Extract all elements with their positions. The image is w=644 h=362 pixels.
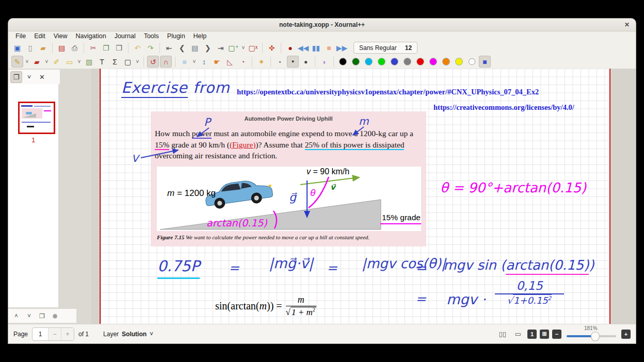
scroll-up-icon[interactable]: ˄ — [10, 310, 22, 322]
page-preview-icon[interactable]: ❐ — [10, 71, 22, 83]
menu-plugin[interactable]: Plugin — [163, 32, 189, 40]
scroll-down-icon[interactable]: ˅ — [23, 310, 35, 322]
eraser-tool-icon[interactable]: ▰ — [31, 56, 43, 68]
hand-tool-icon[interactable]: ☛ — [211, 56, 223, 68]
export-pdf-icon[interactable]: ▤ — [56, 42, 68, 54]
page-thumbnail[interactable] — [18, 102, 55, 134]
page-increment-button[interactable]: + — [61, 328, 74, 340]
zoom-slider[interactable]: 181% — [567, 327, 616, 341]
color-white-swatch[interactable] — [466, 56, 478, 68]
last-page-icon[interactable]: ⇥ — [215, 42, 227, 54]
dropdown-chevron-icon[interactable]: ˅ — [24, 56, 30, 68]
dropdown-chevron-icon[interactable]: ˅ — [43, 56, 50, 68]
insert-image-icon[interactable]: ▧ — [83, 56, 95, 68]
layer-dropdown-icon[interactable]: ˅ — [150, 331, 153, 338]
new-file-icon[interactable]: ▯ — [24, 42, 36, 54]
arctan-annotation: arctan(0.15) — [206, 217, 267, 228]
copy-icon[interactable]: ❐ — [100, 42, 112, 54]
dropdown-chevron-icon[interactable]: ˅ — [191, 56, 198, 68]
close-icon[interactable]: ✕ — [622, 20, 632, 29]
page-canvas[interactable]: Exercise from https://opentextbc.ca/univ… — [100, 69, 610, 324]
color-green-swatch[interactable] — [376, 56, 388, 68]
print-icon[interactable]: ⎙ — [69, 42, 81, 54]
pen-tool-icon[interactable]: ✎ — [11, 56, 23, 68]
menu-file[interactable]: File — [11, 32, 30, 40]
color-orange-swatch[interactable] — [440, 56, 452, 68]
menu-journal[interactable]: Journal — [110, 32, 140, 40]
undo-icon[interactable]: ↶ — [132, 42, 143, 54]
color-dark-green-swatch[interactable] — [350, 56, 362, 68]
color-red-swatch[interactable] — [414, 56, 426, 68]
font-selector-button[interactable]: Sans Regular 12 — [353, 42, 417, 54]
page-decrement-button[interactable]: − — [48, 328, 61, 340]
color-picker-icon[interactable]: ■ — [479, 56, 491, 68]
fullscreen-icon[interactable]: ✜ — [266, 42, 278, 54]
size-thick-icon[interactable]: ● — [300, 56, 312, 68]
size-fine-icon[interactable]: ● — [274, 56, 286, 68]
color-blue-swatch[interactable] — [389, 56, 400, 68]
menu-help[interactable]: Help — [189, 32, 211, 40]
toolbar-separator — [270, 57, 271, 67]
page-number-input[interactable]: 1 — [33, 331, 48, 338]
zoom-percent: 181% — [584, 325, 598, 331]
shape-tool-icon[interactable]: ▢ — [122, 56, 134, 68]
zoom-slider-knob[interactable] — [591, 332, 600, 341]
dropdown-chevron-icon[interactable]: ˅ — [240, 42, 247, 54]
redo-icon[interactable]: ↷ — [144, 42, 156, 54]
snap-magnet-icon[interactable]: ∩ — [160, 56, 172, 68]
color-magenta-swatch[interactable] — [427, 56, 439, 68]
focus-page-icon[interactable]: ⊗ — [49, 310, 61, 322]
setsquare-tool-icon[interactable]: ◺ — [224, 56, 236, 68]
text-tool-icon[interactable]: T — [96, 56, 108, 68]
delete-page-icon[interactable]: ▢ˣ — [247, 42, 259, 54]
first-page-icon[interactable]: ⇤ — [163, 42, 175, 54]
color-yellow-swatch[interactable] — [453, 56, 465, 68]
layer-value[interactable]: Solution — [122, 331, 147, 338]
fill-tool-icon[interactable]: ◗ — [318, 56, 330, 68]
pause-icon[interactable]: ▮▮ — [310, 42, 322, 54]
highlighter-tool-icon[interactable]: ✐ — [51, 56, 62, 68]
new-page-icon[interactable]: ▢⁺ — [228, 42, 239, 54]
dropdown-chevron-icon[interactable]: ˅ — [134, 56, 141, 68]
tex-tool-icon[interactable]: Σ — [109, 56, 121, 68]
goto-page-icon[interactable]: ▤ — [189, 42, 201, 54]
shape-recognizer-icon[interactable]: ↺ — [147, 56, 159, 68]
color-gray-swatch[interactable] — [401, 56, 413, 68]
cut-icon[interactable]: ✂ — [87, 42, 99, 54]
stop-icon[interactable]: ■ — [323, 42, 335, 54]
color-cyan-swatch[interactable] — [363, 56, 375, 68]
sidebar-dropdown-icon[interactable]: ˅ — [23, 71, 35, 83]
zoom-out-button[interactable]: − — [552, 330, 561, 339]
license-link[interactable]: https://creativecommons.org/licenses/by/… — [433, 103, 574, 112]
compass-tool-icon[interactable]: ◔ — [237, 56, 249, 68]
two-page-view-icon[interactable]: ▯▯ — [496, 328, 509, 340]
dropdown-chevron-icon[interactable]: ˅ — [76, 56, 83, 68]
save-icon[interactable]: ▣ — [11, 42, 23, 54]
color-black-swatch[interactable] — [337, 56, 349, 68]
rewind-icon[interactable]: ◀◀ — [297, 42, 309, 54]
size-medium-icon[interactable]: ● — [287, 56, 299, 68]
spline-tool-icon[interactable]: ✶ — [255, 56, 267, 68]
select-rect-icon[interactable]: ■ — [179, 56, 190, 68]
next-page-icon[interactable]: ❯ — [202, 42, 214, 54]
menu-tools[interactable]: Tools — [140, 32, 163, 40]
menu-view[interactable]: View — [50, 32, 72, 40]
vertical-space-icon[interactable]: ↕ — [198, 56, 210, 68]
sidebar-close-icon[interactable]: ✕ — [36, 71, 48, 83]
paste-icon[interactable]: ❒ — [113, 42, 125, 54]
duplicate-page-icon[interactable]: ❐ — [36, 310, 48, 322]
figure-link[interactable]: (Figure) — [230, 140, 255, 149]
math-rhs-sin: mgv sin (arctan(0.15)) — [443, 257, 594, 273]
open-folder-icon[interactable]: ▰ — [37, 42, 49, 54]
previous-page-icon[interactable]: ❮ — [176, 42, 188, 54]
ruler-tool-icon[interactable]: ▭ — [63, 56, 75, 68]
menu-edit[interactable]: Edit — [30, 32, 50, 40]
menu-navigation[interactable]: Navigation — [72, 32, 110, 40]
zoom-100-button[interactable]: 1 — [527, 330, 537, 339]
forward-icon[interactable]: ▶▶ — [336, 42, 348, 54]
source-link[interactable]: https://opentextbc.ca/universityphysicsv… — [237, 88, 539, 96]
zoom-fit-button[interactable]: ⊞ — [540, 330, 549, 339]
presentation-mode-icon[interactable]: ▭ — [512, 328, 524, 340]
zoom-in-button[interactable]: + — [621, 330, 631, 339]
record-audio-icon[interactable]: ● — [284, 42, 296, 54]
